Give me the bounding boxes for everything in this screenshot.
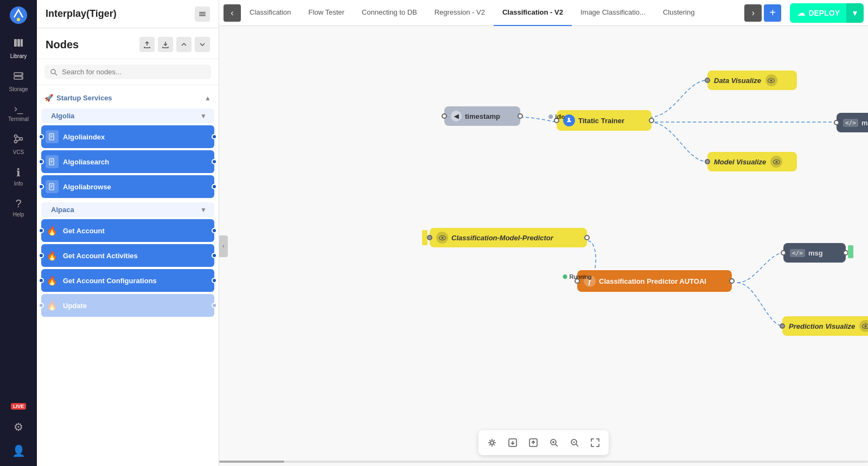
data-visualize-label: Data Visualize [714, 76, 761, 85]
svg-line-13 [17, 137, 20, 138]
svg-line-52 [576, 444, 578, 446]
sidebar-panel: Interplay(Tiger) Nodes [37, 0, 219, 466]
storage-icon [12, 70, 24, 85]
get-account-activities-node[interactable]: 🔥 Get Account Activities [41, 244, 214, 267]
node-connector-right [212, 184, 217, 189]
tab-classification-v2[interactable]: Classification - V2 [494, 0, 572, 26]
data-visualize-node[interactable]: Data Visualize [707, 71, 797, 90]
sidebar-item-info[interactable]: ℹ Info [2, 162, 35, 191]
eye-icon [436, 232, 448, 244]
timestamp-node[interactable]: ◀ timestamp [444, 106, 520, 126]
titatic-trainer-label: Titatic Trainer [578, 117, 624, 125]
sidebar-item-library[interactable]: Library [2, 33, 35, 63]
sidebar-item-help[interactable]: ? Help [2, 193, 35, 222]
import-toolbar-button[interactable] [503, 433, 522, 452]
prediction-visualize-node[interactable]: Prediction Visualize [782, 316, 868, 336]
export-toolbar-button[interactable] [524, 433, 542, 452]
algoliasearch-node[interactable]: Algoliasearch [41, 150, 214, 173]
update-node[interactable]: 🔥 Update [41, 294, 214, 317]
node-port-right [584, 235, 590, 240]
canvas-left-handle[interactable]: ‹ [219, 235, 228, 257]
svg-point-9 [15, 135, 17, 138]
sidebar-item-live[interactable]: LIVE [2, 399, 35, 414]
nodes-title: Nodes [46, 39, 79, 51]
live-badge: LIVE [11, 403, 26, 410]
tab-classification[interactable]: Classification [241, 0, 300, 26]
tab-nav-next-button[interactable]: › [744, 4, 762, 22]
classification-predictor-label: Classification Predictor AUTOAI [599, 277, 706, 285]
msg-node[interactable]: </> msg [783, 243, 846, 263]
node-connector-left [39, 303, 44, 308]
get-account-node[interactable]: 🔥 Get Account [41, 219, 214, 242]
user-icon: 👤 [12, 444, 25, 457]
msg-payload-node[interactable]: </> msg.payload [837, 113, 868, 132]
classification-predictor-node[interactable]: ƒ Classification Predictor AUTOAI [577, 270, 732, 292]
algolia-subsection-header[interactable]: Algolia ▼ [41, 108, 214, 123]
upload-button[interactable] [139, 37, 155, 52]
canvas-toolbar [478, 430, 609, 455]
svg-rect-16 [199, 14, 206, 15]
tab-image-classification[interactable]: Image Classificatio... [572, 0, 654, 26]
flow-canvas[interactable]: ‹ ◀ timestamp Titatic Trainer [219, 26, 868, 466]
sidebar-item-terminal[interactable]: ›_ Terminal [2, 99, 35, 126]
classification-model-predictor-node[interactable]: Classification-Model-Predictor [430, 228, 587, 247]
sidebar-item-vcs[interactable]: VCS [2, 129, 35, 159]
svg-point-11 [20, 138, 23, 141]
svg-rect-17 [199, 15, 206, 16]
app-logo[interactable] [8, 4, 29, 26]
tabs-bar: ‹ Classification Flow Tester Connecting … [219, 0, 868, 26]
get-account-activities-label: Get Account Activities [63, 252, 210, 260]
algoliabrowse-label: Algoliabrowse [63, 183, 210, 191]
nodes-header: Nodes [37, 28, 219, 59]
node-port-left [427, 235, 432, 240]
search-input[interactable] [62, 68, 206, 76]
info-icon: ℹ [16, 166, 21, 179]
alpaca-label: Alpaca [51, 206, 74, 214]
canvas-scrollbar[interactable] [219, 461, 868, 463]
startup-services-header[interactable]: 🚀 Startup Services ▲ [37, 90, 219, 106]
node-connector-right [212, 159, 217, 164]
tab-clustering[interactable]: Clustering [654, 0, 704, 26]
node-accent-bar [848, 245, 853, 258]
tab-regression-v2[interactable]: Regression - V2 [426, 0, 494, 26]
node-connector-left [39, 253, 44, 258]
algoliabrowse-node[interactable]: Algoliabrowse [41, 175, 214, 198]
tab-add-button[interactable]: + [764, 4, 781, 22]
fullscreen-toolbar-button[interactable] [586, 433, 604, 452]
sidebar-item-storage[interactable]: Storage [2, 66, 35, 97]
sidebar-item-user[interactable]: 👤 [2, 440, 35, 462]
node-doc-icon [46, 155, 59, 168]
algolia-label: Algolia [51, 112, 74, 120]
titatic-trainer-status: Idle [548, 113, 565, 120]
algoliaindex-node[interactable]: Algoliaindex [41, 125, 214, 148]
canvas-scrollbar-thumb[interactable] [219, 461, 284, 463]
zoom-out-toolbar-button[interactable] [565, 433, 584, 452]
settings-icon: ⚙ [14, 420, 23, 433]
app-menu-button[interactable] [195, 7, 210, 22]
node-port-left [442, 113, 447, 119]
tabs-container: Classification Flow Tester Connecting to… [241, 0, 744, 26]
deploy-dropdown-icon[interactable]: ▼ [846, 3, 864, 23]
svg-point-39 [864, 325, 866, 327]
tab-nav-prev-button[interactable]: ‹ [224, 4, 241, 22]
status-text: Running [570, 273, 592, 280]
svg-line-48 [556, 444, 558, 446]
alpaca-subsection-header[interactable]: Alpaca ▼ [41, 202, 214, 217]
zoom-in-toolbar-button[interactable] [545, 433, 563, 452]
download-button[interactable] [158, 37, 173, 52]
svg-point-8 [21, 78, 22, 79]
get-account-configurations-node[interactable]: 🔥 Get Account Configurations [41, 269, 214, 292]
tab-connecting-to-db[interactable]: Connecting to DB [353, 0, 426, 26]
terminal-icon: ›_ [14, 103, 23, 114]
timestamp-toggle-icon: ◀ [451, 111, 462, 122]
model-visualize-node[interactable]: Model Visualize [707, 152, 797, 171]
collapse-all-button[interactable] [176, 37, 192, 52]
library-icon [12, 37, 24, 52]
app-title-actions [195, 7, 210, 22]
deploy-button[interactable]: ☁ DEPLOY ▼ [790, 3, 864, 23]
tab-flow-tester[interactable]: Flow Tester [300, 0, 353, 26]
debug-toolbar-button[interactable] [483, 433, 501, 452]
sidebar-item-settings[interactable]: ⚙ [2, 416, 35, 438]
expand-all-button[interactable] [195, 37, 210, 52]
titatic-trainer-node[interactable]: Titatic Trainer [557, 110, 652, 131]
